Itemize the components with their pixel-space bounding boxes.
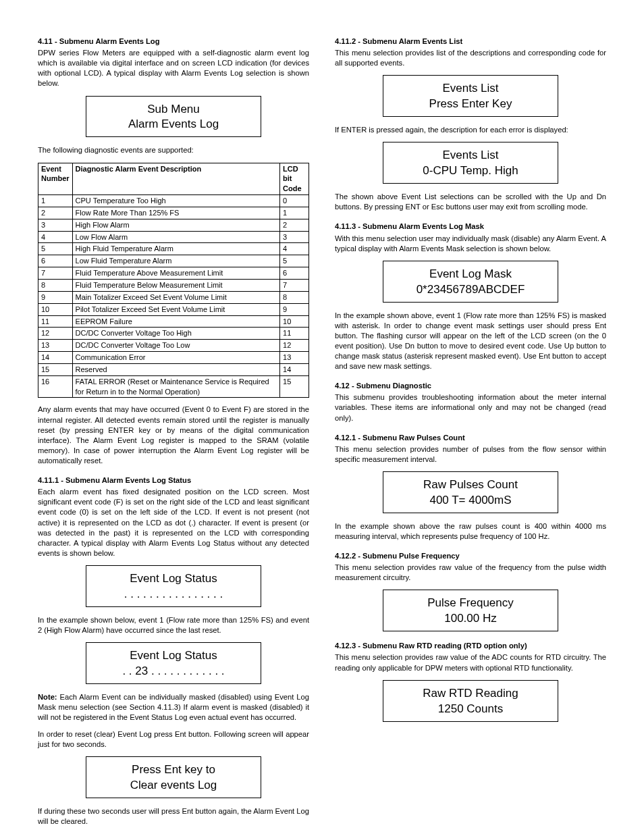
lcd-line: 0-CPU Temp. High: [386, 163, 555, 179]
heading-4-12: 4.12 - Submenu Diagnostic: [335, 381, 606, 391]
cell-number: 2: [38, 207, 73, 219]
cell-number: 11: [38, 315, 73, 328]
lcd-line: Press Enter Key: [386, 97, 555, 112]
lcd-line: . . 23 . . . . . . . . . . . .: [89, 664, 258, 679]
para: With this menu selection user may indivi…: [335, 234, 606, 254]
cell-code: 10: [280, 315, 309, 328]
lcd-event-log-status-23: Event Log Status . . 23 . . . . . . . . …: [86, 642, 261, 684]
cell-number: 5: [38, 243, 73, 255]
para: Each alarm event has fixed designated po…: [38, 487, 309, 558]
cell-number: 12: [38, 328, 73, 340]
cell-desc: Communication Error: [72, 352, 279, 364]
cell-number: 9: [38, 291, 73, 303]
cell-number: 16: [38, 375, 73, 398]
table-row: 4Low Flow Alarm3: [38, 231, 309, 243]
note: Note: Each Alarm Event can be individual…: [38, 692, 309, 723]
table-row: 8Fluid Temperature Below Measurement Lim…: [38, 279, 309, 291]
cell-code: 12: [280, 340, 309, 352]
events-table: EventNumber Diagnostic Alarm Event Descr…: [38, 163, 309, 398]
table-row: 15Reserved14: [38, 363, 309, 375]
cell-desc: Pilot Totalizer Exceed Set Event Volume …: [72, 303, 279, 315]
note-body: Each Alarm Event can be individually mas…: [38, 693, 309, 721]
cell-desc: High Fluid Temperature Alarm: [72, 243, 279, 255]
cell-code: 14: [280, 363, 309, 375]
table-row: 1CPU Temperature Too High0: [38, 195, 309, 207]
cell-desc: Flow Rate More Than 125% FS: [72, 207, 279, 219]
cell-number: 7: [38, 267, 73, 280]
table-row: 14Communication Error13: [38, 352, 309, 364]
lcd-line: Events List: [386, 148, 555, 163]
para: If during these two seconds user will pr…: [38, 806, 309, 827]
cell-desc: High Flow Alarm: [72, 219, 279, 231]
cell-desc: Reserved: [72, 363, 279, 375]
lcd-clear-events: Press Ent key to Clear events Log: [86, 756, 261, 798]
para: The following diagnostic events are supp…: [38, 145, 309, 155]
table-row: 6Low Fluid Temperature Alarm5: [38, 255, 309, 267]
para: In the example shown above, event 1 (Flo…: [335, 311, 606, 372]
table-row: 5High Fluid Temperature Alarm4: [38, 243, 309, 255]
cell-desc: Main Totalizer Exceed Set Event Volume L…: [72, 291, 279, 303]
para: If ENTER is pressed again, the descripti…: [335, 125, 606, 135]
lcd-line: Pulse Frequency: [386, 596, 555, 611]
cell-number: 10: [38, 303, 73, 315]
table-row: 12DC/DC Converter Voltage Too High11: [38, 328, 309, 340]
cell-code: 11: [280, 328, 309, 340]
cell-desc: CPU Temperature Too High: [72, 195, 279, 207]
cell-desc: EEPROM Failure: [72, 315, 279, 328]
para: In order to reset (clear) Event Log pres…: [38, 729, 309, 750]
table-row: 2Flow Rate More Than 125% FS1: [38, 207, 309, 219]
cell-code: 0: [280, 195, 309, 207]
table-row: 16FATAL ERROR (Reset or Maintenance Serv…: [38, 375, 309, 398]
cell-number: 15: [38, 363, 73, 375]
heading-4-11: 4.11 - Submenu Alarm Events Log: [38, 36, 309, 47]
cell-desc: Fluid Temperature Below Measurement Limi…: [72, 279, 279, 291]
lcd-line: Alarm Events Log: [89, 117, 258, 132]
two-column-layout: 4.11 - Submenu Alarm Events Log DPW seri…: [38, 27, 606, 834]
cell-code: 13: [280, 352, 309, 364]
lcd-line: 400 T= 4000mS: [386, 493, 555, 509]
right-column: 4.11.2 - Submenu Alarm Events List This …: [335, 27, 606, 834]
para: This menu selection provides list of the…: [335, 48, 606, 68]
table-row: 11EEPROM Failure10: [38, 315, 309, 328]
cell-desc: DC/DC Converter Voltage Too Low: [72, 340, 279, 352]
lcd-line: Event Log Status: [89, 571, 258, 587]
lcd-line: Raw RTD Reading: [386, 686, 555, 702]
heading-4-12-1: 4.12.1 - Submenu Raw Pulses Count: [335, 433, 606, 443]
cell-number: 1: [38, 195, 73, 207]
heading-4-12-3: 4.12.3 - Submenu Raw RTD reading (RTD op…: [335, 641, 606, 651]
cell-desc: FATAL ERROR (Reset or Maintenance Servic…: [72, 375, 279, 398]
cell-number: 13: [38, 340, 73, 352]
th-lcd-code: LCD bitCode: [280, 163, 309, 195]
table-row: 7Fluid Temperature Above Measurement Lim…: [38, 267, 309, 280]
cell-number: 14: [38, 352, 73, 364]
para: The shown above Event List selections ca…: [335, 192, 606, 212]
th-event-number: EventNumber: [38, 163, 73, 195]
para: This menu selection provides raw value o…: [335, 652, 606, 673]
cell-code: 15: [280, 375, 309, 398]
table-row: 13DC/DC Converter Voltage Too Low12: [38, 340, 309, 352]
cell-code: 2: [280, 219, 309, 231]
lcd-line: Events List: [386, 81, 555, 97]
heading-4-11-3: 4.11.3 - Submenu Alarm Events Log Mask: [335, 221, 606, 232]
cell-desc: Fluid Temperature Above Measurement Limi…: [72, 267, 279, 280]
lcd-raw-pulses: Raw Pulses Count 400 T= 4000mS: [383, 471, 558, 513]
lcd-line: Event Log Status: [89, 648, 258, 664]
lcd-raw-rtd: Raw RTD Reading 1250 Counts: [383, 680, 558, 722]
lcd-line: Event Log Mask: [386, 267, 555, 282]
cell-code: 7: [280, 279, 309, 291]
left-column: 4.11 - Submenu Alarm Events Log DPW seri…: [38, 27, 309, 834]
table-row: 10Pilot Totalizer Exceed Set Event Volum…: [38, 303, 309, 315]
lcd-line: 100.00 Hz: [386, 611, 555, 627]
cell-number: 6: [38, 255, 73, 267]
lcd-event-log-status-empty: Event Log Status . . . . . . . . . . . .…: [86, 565, 261, 607]
cell-desc: Low Flow Alarm: [72, 231, 279, 243]
lcd-line: . . . . . . . . . . . . . . . .: [89, 587, 258, 602]
para: This submenu provides troubleshooting in…: [335, 392, 606, 423]
heading-4-12-2: 4.12.2 - Submenu Pulse Frequency: [335, 551, 606, 561]
table-row: 3High Flow Alarm2: [38, 219, 309, 231]
cell-number: 4: [38, 231, 73, 243]
lcd-pulse-frequency: Pulse Frequency 100.00 Hz: [383, 590, 558, 631]
lcd-line: Sub Menu: [89, 102, 258, 118]
cell-code: 3: [280, 231, 309, 243]
cell-desc: DC/DC Converter Voltage Too High: [72, 328, 279, 340]
